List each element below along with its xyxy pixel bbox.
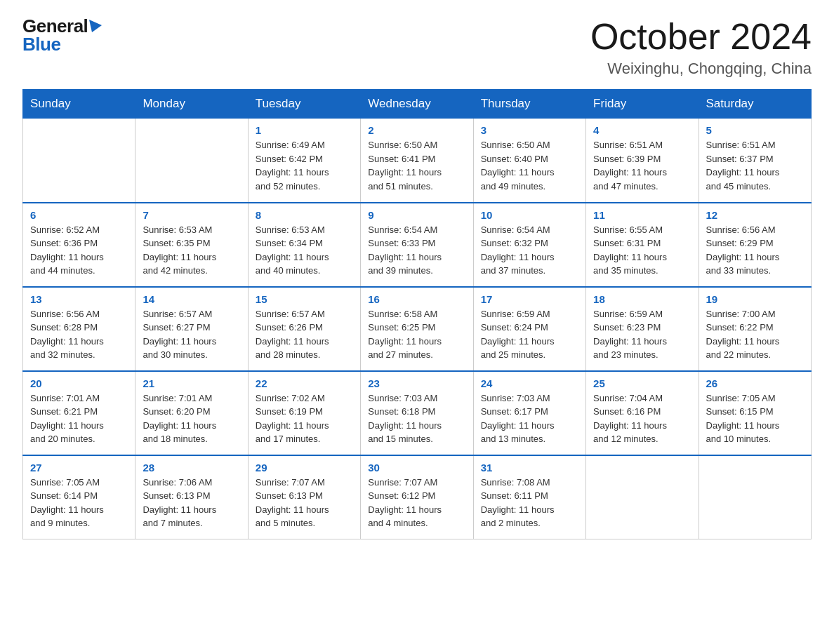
table-row: 9Sunrise: 6:54 AM Sunset: 6:33 PM Daylig… bbox=[361, 203, 473, 287]
table-row: 29Sunrise: 7:07 AM Sunset: 6:13 PM Dayli… bbox=[248, 455, 360, 539]
day-number: 9 bbox=[368, 209, 465, 221]
day-number: 17 bbox=[481, 293, 578, 305]
day-info: Sunrise: 6:59 AM Sunset: 6:24 PM Dayligh… bbox=[481, 307, 578, 362]
table-row: 4Sunrise: 6:51 AM Sunset: 6:39 PM Daylig… bbox=[586, 119, 699, 203]
day-number: 26 bbox=[706, 377, 804, 389]
header-sunday: Sunday bbox=[23, 90, 135, 119]
logo: General Blue bbox=[22, 17, 105, 53]
day-number: 23 bbox=[368, 377, 465, 389]
table-row: 17Sunrise: 6:59 AM Sunset: 6:24 PM Dayli… bbox=[473, 287, 585, 371]
table-row: 24Sunrise: 7:03 AM Sunset: 6:17 PM Dayli… bbox=[473, 371, 585, 455]
table-row: 8Sunrise: 6:53 AM Sunset: 6:34 PM Daylig… bbox=[248, 203, 360, 287]
header-tuesday: Tuesday bbox=[248, 90, 360, 119]
title-area: October 2024 Weixinghu, Chongqing, China bbox=[590, 17, 812, 78]
day-number: 25 bbox=[593, 377, 691, 389]
table-row: 27Sunrise: 7:05 AM Sunset: 6:14 PM Dayli… bbox=[23, 455, 135, 539]
table-row: 28Sunrise: 7:06 AM Sunset: 6:13 PM Dayli… bbox=[135, 455, 248, 539]
calendar-title: October 2024 bbox=[590, 17, 812, 57]
day-number: 14 bbox=[143, 293, 240, 305]
header-monday: Monday bbox=[135, 90, 248, 119]
calendar-week-row: 20Sunrise: 7:01 AM Sunset: 6:21 PM Dayli… bbox=[23, 371, 812, 455]
table-row bbox=[586, 455, 699, 539]
table-row bbox=[23, 119, 135, 203]
day-info: Sunrise: 7:01 AM Sunset: 6:20 PM Dayligh… bbox=[143, 391, 240, 446]
header: General Blue October 2024 Weixinghu, Cho… bbox=[22, 17, 812, 78]
day-info: Sunrise: 7:04 AM Sunset: 6:16 PM Dayligh… bbox=[593, 391, 691, 446]
day-info: Sunrise: 7:06 AM Sunset: 6:13 PM Dayligh… bbox=[143, 476, 240, 530]
day-info: Sunrise: 6:57 AM Sunset: 6:26 PM Dayligh… bbox=[256, 307, 353, 362]
day-info: Sunrise: 6:56 AM Sunset: 6:29 PM Dayligh… bbox=[706, 223, 804, 278]
calendar-week-row: 13Sunrise: 6:56 AM Sunset: 6:28 PM Dayli… bbox=[23, 287, 812, 371]
table-row: 21Sunrise: 7:01 AM Sunset: 6:20 PM Dayli… bbox=[135, 371, 248, 455]
table-row: 13Sunrise: 6:56 AM Sunset: 6:28 PM Dayli… bbox=[23, 287, 135, 371]
table-row: 31Sunrise: 7:08 AM Sunset: 6:11 PM Dayli… bbox=[473, 455, 585, 539]
day-info: Sunrise: 7:07 AM Sunset: 6:13 PM Dayligh… bbox=[256, 476, 353, 530]
day-number: 13 bbox=[30, 293, 128, 305]
table-row: 30Sunrise: 7:07 AM Sunset: 6:12 PM Dayli… bbox=[361, 455, 473, 539]
day-info: Sunrise: 6:59 AM Sunset: 6:23 PM Dayligh… bbox=[593, 307, 691, 362]
day-number: 19 bbox=[706, 293, 804, 305]
day-info: Sunrise: 6:50 AM Sunset: 6:41 PM Dayligh… bbox=[368, 138, 465, 193]
day-info: Sunrise: 7:01 AM Sunset: 6:21 PM Dayligh… bbox=[30, 391, 128, 446]
day-info: Sunrise: 7:03 AM Sunset: 6:18 PM Dayligh… bbox=[368, 391, 465, 446]
day-info: Sunrise: 6:54 AM Sunset: 6:32 PM Dayligh… bbox=[481, 223, 578, 278]
day-info: Sunrise: 6:51 AM Sunset: 6:37 PM Dayligh… bbox=[706, 138, 804, 193]
table-row: 3Sunrise: 6:50 AM Sunset: 6:40 PM Daylig… bbox=[473, 119, 585, 203]
day-number: 16 bbox=[368, 293, 465, 305]
table-row: 19Sunrise: 7:00 AM Sunset: 6:22 PM Dayli… bbox=[699, 287, 811, 371]
day-number: 10 bbox=[481, 209, 578, 221]
table-row: 16Sunrise: 6:58 AM Sunset: 6:25 PM Dayli… bbox=[361, 287, 473, 371]
calendar-week-row: 27Sunrise: 7:05 AM Sunset: 6:14 PM Dayli… bbox=[23, 455, 812, 539]
calendar-table: Sunday Monday Tuesday Wednesday Thursday… bbox=[22, 89, 812, 539]
day-info: Sunrise: 6:58 AM Sunset: 6:25 PM Dayligh… bbox=[368, 307, 465, 362]
table-row: 15Sunrise: 6:57 AM Sunset: 6:26 PM Dayli… bbox=[248, 287, 360, 371]
day-number: 6 bbox=[30, 209, 128, 221]
day-number: 8 bbox=[256, 209, 353, 221]
table-row: 12Sunrise: 6:56 AM Sunset: 6:29 PM Dayli… bbox=[699, 203, 811, 287]
table-row: 23Sunrise: 7:03 AM Sunset: 6:18 PM Dayli… bbox=[361, 371, 473, 455]
day-number: 24 bbox=[481, 377, 578, 389]
day-info: Sunrise: 6:50 AM Sunset: 6:40 PM Dayligh… bbox=[481, 138, 578, 193]
table-row: 5Sunrise: 6:51 AM Sunset: 6:37 PM Daylig… bbox=[699, 119, 811, 203]
day-number: 21 bbox=[143, 377, 240, 389]
day-number: 11 bbox=[593, 209, 691, 221]
day-number: 15 bbox=[256, 293, 353, 305]
table-row: 14Sunrise: 6:57 AM Sunset: 6:27 PM Dayli… bbox=[135, 287, 248, 371]
day-number: 30 bbox=[368, 462, 465, 474]
day-info: Sunrise: 6:54 AM Sunset: 6:33 PM Dayligh… bbox=[368, 223, 465, 278]
logo-triangle-icon bbox=[89, 20, 105, 34]
day-info: Sunrise: 7:05 AM Sunset: 6:15 PM Dayligh… bbox=[706, 391, 804, 446]
calendar-week-row: 1Sunrise: 6:49 AM Sunset: 6:42 PM Daylig… bbox=[23, 119, 812, 203]
calendar-week-row: 6Sunrise: 6:52 AM Sunset: 6:36 PM Daylig… bbox=[23, 203, 812, 287]
day-info: Sunrise: 6:51 AM Sunset: 6:39 PM Dayligh… bbox=[593, 138, 691, 193]
header-friday: Friday bbox=[586, 90, 699, 119]
table-row: 11Sunrise: 6:55 AM Sunset: 6:31 PM Dayli… bbox=[586, 203, 699, 287]
day-number: 3 bbox=[481, 124, 578, 136]
day-number: 22 bbox=[256, 377, 353, 389]
table-row: 26Sunrise: 7:05 AM Sunset: 6:15 PM Dayli… bbox=[699, 371, 811, 455]
weekday-header-row: Sunday Monday Tuesday Wednesday Thursday… bbox=[23, 90, 812, 119]
day-number: 20 bbox=[30, 377, 128, 389]
day-info: Sunrise: 7:00 AM Sunset: 6:22 PM Dayligh… bbox=[706, 307, 804, 362]
svg-marker-0 bbox=[89, 20, 102, 32]
day-info: Sunrise: 6:53 AM Sunset: 6:34 PM Dayligh… bbox=[256, 223, 353, 278]
day-number: 28 bbox=[143, 462, 240, 474]
table-row: 20Sunrise: 7:01 AM Sunset: 6:21 PM Dayli… bbox=[23, 371, 135, 455]
table-row bbox=[135, 119, 248, 203]
calendar-location: Weixinghu, Chongqing, China bbox=[590, 60, 812, 78]
day-number: 12 bbox=[706, 209, 804, 221]
day-info: Sunrise: 7:05 AM Sunset: 6:14 PM Dayligh… bbox=[30, 476, 128, 530]
logo-general-text: General bbox=[22, 17, 88, 35]
day-number: 29 bbox=[256, 462, 353, 474]
day-info: Sunrise: 7:07 AM Sunset: 6:12 PM Dayligh… bbox=[368, 476, 465, 530]
day-number: 1 bbox=[256, 124, 353, 136]
day-info: Sunrise: 7:08 AM Sunset: 6:11 PM Dayligh… bbox=[481, 476, 578, 530]
header-thursday: Thursday bbox=[473, 90, 585, 119]
table-row: 25Sunrise: 7:04 AM Sunset: 6:16 PM Dayli… bbox=[586, 371, 699, 455]
day-number: 18 bbox=[593, 293, 691, 305]
day-info: Sunrise: 6:52 AM Sunset: 6:36 PM Dayligh… bbox=[30, 223, 128, 278]
table-row: 18Sunrise: 6:59 AM Sunset: 6:23 PM Dayli… bbox=[586, 287, 699, 371]
table-row: 1Sunrise: 6:49 AM Sunset: 6:42 PM Daylig… bbox=[248, 119, 360, 203]
logo-blue-text: Blue bbox=[22, 34, 60, 55]
day-number: 7 bbox=[143, 209, 240, 221]
